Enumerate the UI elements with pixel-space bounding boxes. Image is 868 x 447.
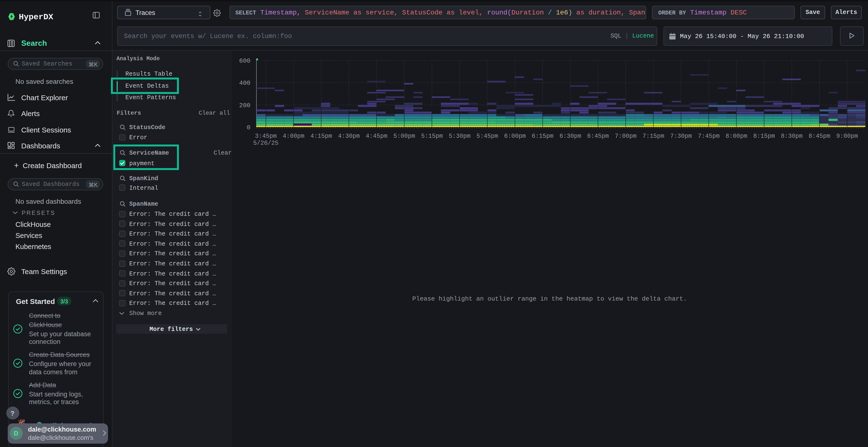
svg-text:6:00pm: 6:00pm (504, 133, 526, 140)
svg-text:200: 200 (239, 102, 250, 109)
svg-text:4:45pm: 4:45pm (366, 133, 388, 140)
svg-text:8:45pm: 8:45pm (809, 133, 830, 140)
svg-text:6:45pm: 6:45pm (587, 133, 609, 140)
svg-text:3:45pm: 3:45pm (255, 133, 277, 140)
svg-text:0: 0 (247, 124, 250, 131)
svg-text:4:30pm: 4:30pm (338, 133, 360, 140)
svg-text:6:15pm: 6:15pm (532, 133, 554, 140)
svg-text:6:30pm: 6:30pm (559, 133, 581, 140)
svg-text:7:15pm: 7:15pm (643, 133, 664, 140)
svg-text:5:45pm: 5:45pm (476, 133, 498, 140)
svg-text:9:00pm: 9:00pm (836, 133, 858, 140)
svg-text:5:30pm: 5:30pm (449, 133, 470, 140)
svg-text:8:30pm: 8:30pm (781, 133, 803, 140)
svg-text:4:15pm: 4:15pm (310, 133, 332, 140)
svg-text:400: 400 (239, 79, 250, 87)
svg-text:5/26/25: 5/26/25 (253, 140, 278, 147)
svg-text:5:15pm: 5:15pm (421, 133, 443, 140)
svg-text:8:00pm: 8:00pm (725, 133, 747, 140)
svg-text:7:00pm: 7:00pm (615, 133, 637, 140)
svg-text:600: 600 (239, 57, 250, 65)
svg-text:8:15pm: 8:15pm (753, 133, 775, 140)
svg-text:5:00pm: 5:00pm (394, 133, 415, 140)
svg-text:4:00pm: 4:00pm (283, 133, 304, 140)
svg-text:7:30pm: 7:30pm (670, 133, 692, 140)
svg-text:7:45pm: 7:45pm (698, 133, 719, 140)
